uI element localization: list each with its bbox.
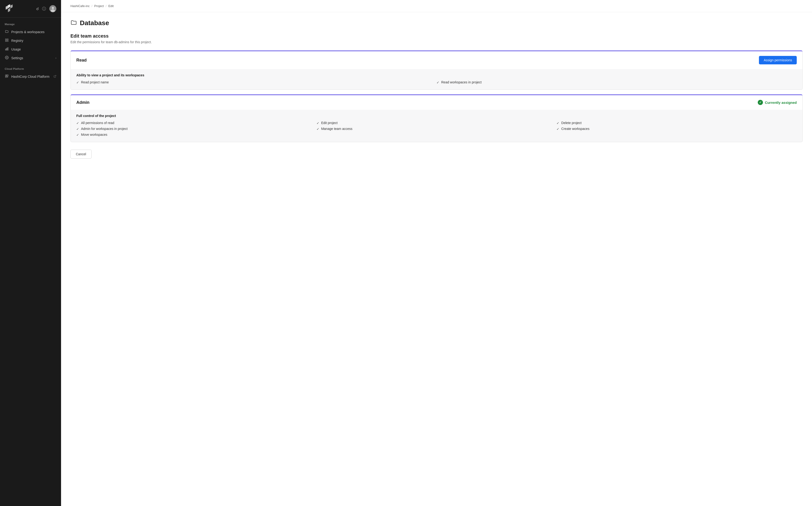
sidebar-item-label: Projects & workspaces xyxy=(11,30,44,34)
manage-section-label: Manage xyxy=(0,18,61,27)
check-icon: ✓ xyxy=(556,127,559,131)
svg-marker-1 xyxy=(10,4,13,8)
svg-rect-13 xyxy=(7,48,8,50)
breadcrumb-item-current: Edit xyxy=(108,4,113,8)
svg-point-14 xyxy=(6,57,7,58)
perm-label: Read workspaces in project xyxy=(441,80,482,84)
svg-marker-0 xyxy=(8,4,10,8)
bar-chart-icon xyxy=(5,47,9,52)
sidebar-item-registry[interactable]: Registry xyxy=(0,36,61,45)
hashicorp-icon xyxy=(5,74,9,79)
terraform-logo xyxy=(5,4,14,13)
section-subtext: Edit the permissions for team db-admins … xyxy=(71,40,803,44)
cancel-button[interactable]: Cancel xyxy=(71,150,92,159)
svg-rect-10 xyxy=(7,40,8,41)
currently-assigned-label: Currently assigned xyxy=(765,100,797,104)
admin-card-header: Admin ✓ Currently assigned xyxy=(71,95,802,110)
cloud-section-label: Cloud Platform xyxy=(0,62,61,72)
sidebar-item-label: HashiCorp Cloud Platform xyxy=(11,75,49,78)
check-icon: ✓ xyxy=(436,81,439,84)
sidebar: ☌ ⓘ Manage Projects & workspaces Registr… xyxy=(0,0,61,506)
svg-point-6 xyxy=(51,9,55,12)
breadcrumb-sep-1: / xyxy=(92,4,93,8)
perm-label: Admin for workspaces in project xyxy=(81,127,127,131)
svg-rect-9 xyxy=(5,40,7,41)
read-card-title: Read xyxy=(76,58,87,63)
read-card-body: Ability to view a project and its worksp… xyxy=(71,69,802,89)
svg-rect-8 xyxy=(7,39,8,40)
check-icon: ✓ xyxy=(316,121,319,125)
check-icon: ✓ xyxy=(76,81,79,84)
perm-item-admin-workspaces: ✓ Admin for workspaces in project xyxy=(76,127,316,131)
perm-label: Edit project xyxy=(321,121,338,125)
read-body-title: Ability to view a project and its worksp… xyxy=(76,73,797,77)
sidebar-item-settings[interactable]: Settings › xyxy=(0,54,61,62)
read-permissions-grid: ✓ Read project name ✓ Read workspaces in… xyxy=(76,80,797,84)
assign-permissions-button[interactable]: Assign permissions xyxy=(759,56,797,64)
svg-rect-16 xyxy=(7,75,8,76)
check-icon: ✓ xyxy=(76,133,79,137)
sidebar-item-hashicorp-cloud[interactable]: HashiCorp Cloud Platform xyxy=(0,72,61,81)
registry-icon xyxy=(5,38,9,43)
perm-item-delete-project: ✓ Delete project xyxy=(556,121,797,125)
section-heading: Edit team access xyxy=(71,33,803,39)
page-title-row: Database xyxy=(71,19,803,27)
perm-label: All permissions of read xyxy=(81,121,114,125)
search-icon[interactable]: ☌ xyxy=(36,6,39,11)
assigned-check-circle: ✓ xyxy=(758,100,763,105)
perm-item-create-workspaces: ✓ Create workspaces xyxy=(556,127,797,131)
page-content-area: Database Edit team access Edit the permi… xyxy=(61,12,812,173)
database-folder-icon xyxy=(71,19,77,27)
read-card-header: Read Assign permissions xyxy=(71,51,802,69)
sidebar-item-label: Usage xyxy=(11,48,21,51)
page-title: Database xyxy=(80,19,109,27)
gear-icon xyxy=(5,56,9,60)
admin-permission-card: Admin ✓ Currently assigned Full control … xyxy=(71,94,803,142)
svg-rect-15 xyxy=(5,75,7,76)
read-permission-card: Read Assign permissions Ability to view … xyxy=(71,51,803,90)
perm-item-read-workspaces: ✓ Read workspaces in project xyxy=(436,80,797,84)
perm-label: Manage team access xyxy=(321,127,352,131)
sidebar-item-label: Settings xyxy=(11,56,23,60)
admin-card-body: Full control of the project ✓ All permis… xyxy=(71,110,802,142)
currently-assigned-badge: ✓ Currently assigned xyxy=(758,100,797,105)
admin-card-title: Admin xyxy=(76,100,90,105)
chevron-right-icon: › xyxy=(56,56,57,60)
external-link-icon xyxy=(54,75,57,78)
perm-item-manage-team: ✓ Manage team access xyxy=(316,127,557,131)
check-icon: ✓ xyxy=(76,121,79,125)
perm-item-read-project-name: ✓ Read project name xyxy=(76,80,436,84)
svg-rect-12 xyxy=(7,48,7,50)
check-icon: ✓ xyxy=(316,127,319,131)
perm-label: Create workspaces xyxy=(561,127,589,131)
sidebar-item-label: Registry xyxy=(11,39,23,43)
svg-point-5 xyxy=(52,7,54,9)
svg-marker-3 xyxy=(8,8,10,12)
breadcrumb: HashiCafe-inc / Project / Edit xyxy=(61,0,812,12)
svg-rect-17 xyxy=(5,76,7,78)
svg-rect-11 xyxy=(5,49,6,50)
svg-line-18 xyxy=(55,75,56,77)
perm-label: Move workspaces xyxy=(81,133,107,137)
breadcrumb-item-project[interactable]: Project xyxy=(94,4,104,8)
sidebar-item-usage[interactable]: Usage xyxy=(0,45,61,54)
perm-item-move-workspaces: ✓ Move workspaces xyxy=(76,133,316,137)
breadcrumb-item-org[interactable]: HashiCafe-inc xyxy=(71,4,90,8)
perm-item-edit-project: ✓ Edit project xyxy=(316,121,557,125)
sidebar-icon-group: ☌ ⓘ xyxy=(36,5,57,12)
check-icon: ✓ xyxy=(76,127,79,131)
help-icon[interactable]: ⓘ xyxy=(42,6,46,11)
admin-permissions-grid: ✓ All permissions of read ✓ Edit project… xyxy=(76,121,797,137)
check-icon: ✓ xyxy=(556,121,559,125)
breadcrumb-sep-2: / xyxy=(106,4,107,8)
main-content: HashiCafe-inc / Project / Edit Database … xyxy=(61,0,812,506)
perm-label: Read project name xyxy=(81,80,109,84)
avatar[interactable] xyxy=(49,5,57,12)
folder-icon xyxy=(5,29,9,34)
perm-item-all-read: ✓ All permissions of read xyxy=(76,121,316,125)
sidebar-header: ☌ ⓘ xyxy=(0,0,61,18)
svg-rect-7 xyxy=(5,39,7,40)
admin-body-title: Full control of the project xyxy=(76,114,797,118)
perm-label: Delete project xyxy=(561,121,581,125)
sidebar-item-projects-workspaces[interactable]: Projects & workspaces xyxy=(0,27,61,36)
